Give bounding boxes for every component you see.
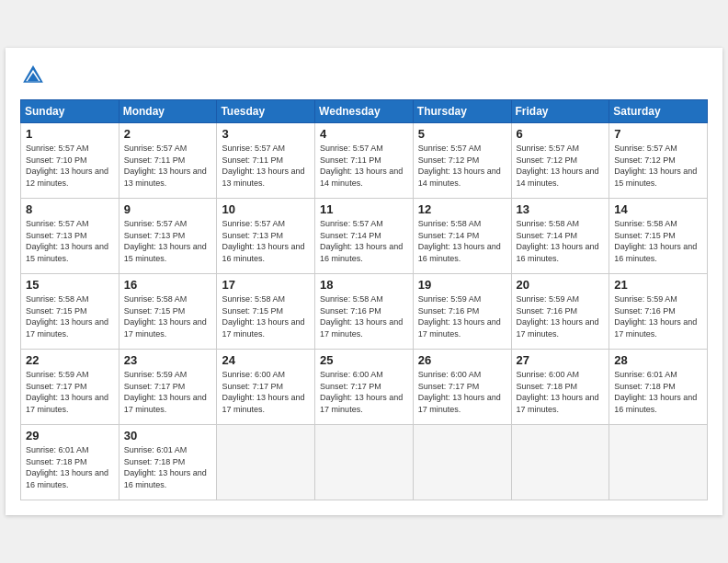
day-info: Sunrise: 6:00 AM Sunset: 7:18 PM Dayligh… [517,369,605,415]
day-info: Sunrise: 5:59 AM Sunset: 7:17 PM Dayligh… [26,369,114,415]
day-number: 20 [517,278,605,292]
calendar-cell: 18 Sunrise: 5:58 AM Sunset: 7:16 PM Dayl… [315,274,414,350]
day-info: Sunrise: 6:00 AM Sunset: 7:17 PM Dayligh… [222,369,310,415]
day-number: 11 [320,202,408,216]
day-number: 21 [614,278,702,292]
calendar-cell: 27 Sunrise: 6:00 AM Sunset: 7:18 PM Dayl… [511,350,609,425]
calendar-cell: 5 Sunrise: 5:57 AM Sunset: 7:12 PM Dayli… [413,123,511,199]
weekday-header-friday: Friday [511,100,609,123]
day-info: Sunrise: 5:57 AM Sunset: 7:14 PM Dayligh… [320,218,408,264]
day-number: 14 [614,202,702,216]
day-number: 12 [418,202,506,216]
day-number: 6 [517,127,605,141]
day-number: 18 [320,278,408,292]
calendar-cell: 23 Sunrise: 5:59 AM Sunset: 7:17 PM Dayl… [119,350,217,425]
logo [20,63,50,88]
day-info: Sunrise: 6:01 AM Sunset: 7:18 PM Dayligh… [124,444,212,490]
weekday-header-thursday: Thursday [413,100,511,123]
calendar-cell [217,425,315,500]
day-info: Sunrise: 5:57 AM Sunset: 7:12 PM Dayligh… [418,143,506,189]
calendar-cell: 30 Sunrise: 6:01 AM Sunset: 7:18 PM Dayl… [119,425,217,500]
calendar-cell: 22 Sunrise: 5:59 AM Sunset: 7:17 PM Dayl… [21,350,119,425]
calendar-cell [413,425,511,500]
day-info: Sunrise: 5:58 AM Sunset: 7:15 PM Dayligh… [222,293,310,339]
calendar-cell: 4 Sunrise: 5:57 AM Sunset: 7:11 PM Dayli… [315,123,414,199]
day-number: 9 [124,202,212,216]
calendar-cell: 25 Sunrise: 6:00 AM Sunset: 7:17 PM Dayl… [315,350,414,425]
day-number: 28 [614,353,702,367]
day-info: Sunrise: 5:59 AM Sunset: 7:17 PM Dayligh… [124,369,212,415]
calendar-cell [315,425,414,500]
weekday-header-saturday: Saturday [609,100,708,123]
calendar-cell: 9 Sunrise: 5:57 AM Sunset: 7:13 PM Dayli… [119,199,217,274]
calendar-cell: 11 Sunrise: 5:57 AM Sunset: 7:14 PM Dayl… [315,199,414,274]
calendar-cell: 3 Sunrise: 5:57 AM Sunset: 7:11 PM Dayli… [217,123,315,199]
calendar-cell [609,425,708,500]
day-number: 29 [26,429,114,442]
calendar-cell: 10 Sunrise: 5:57 AM Sunset: 7:13 PM Dayl… [217,199,315,274]
day-info: Sunrise: 5:57 AM Sunset: 7:13 PM Dayligh… [26,218,114,264]
day-info: Sunrise: 5:59 AM Sunset: 7:16 PM Dayligh… [418,293,506,339]
day-number: 16 [124,278,212,292]
weekday-header-monday: Monday [119,100,217,123]
day-number: 19 [418,278,506,292]
day-number: 4 [320,127,408,141]
calendar-cell: 24 Sunrise: 6:00 AM Sunset: 7:17 PM Dayl… [217,350,315,425]
day-number: 7 [614,127,702,141]
day-number: 10 [222,202,310,216]
day-number: 27 [517,353,605,367]
calendar-cell: 12 Sunrise: 5:58 AM Sunset: 7:14 PM Dayl… [413,199,511,274]
day-number: 17 [222,278,310,292]
day-info: Sunrise: 5:58 AM Sunset: 7:14 PM Dayligh… [517,218,605,264]
calendar-cell: 26 Sunrise: 6:00 AM Sunset: 7:17 PM Dayl… [413,350,511,425]
day-info: Sunrise: 5:57 AM Sunset: 7:11 PM Dayligh… [320,143,408,189]
calendar-cell [511,425,609,500]
day-info: Sunrise: 5:58 AM Sunset: 7:15 PM Dayligh… [614,218,702,264]
calendar-cell: 6 Sunrise: 5:57 AM Sunset: 7:12 PM Dayli… [511,123,609,199]
day-info: Sunrise: 5:57 AM Sunset: 7:11 PM Dayligh… [124,143,212,189]
day-info: Sunrise: 6:01 AM Sunset: 7:18 PM Dayligh… [614,369,702,415]
day-number: 30 [124,429,212,442]
day-info: Sunrise: 6:01 AM Sunset: 7:18 PM Dayligh… [26,444,114,490]
day-number: 23 [124,353,212,367]
day-number: 15 [26,278,114,292]
calendar-cell: 13 Sunrise: 5:58 AM Sunset: 7:14 PM Dayl… [511,199,609,274]
day-number: 5 [418,127,506,141]
day-number: 26 [418,353,506,367]
day-number: 25 [320,353,408,367]
calendar-cell: 20 Sunrise: 5:59 AM Sunset: 7:16 PM Dayl… [511,274,609,350]
calendar-cell: 15 Sunrise: 5:58 AM Sunset: 7:15 PM Dayl… [21,274,119,350]
day-info: Sunrise: 6:00 AM Sunset: 7:17 PM Dayligh… [418,369,506,415]
calendar-cell: 2 Sunrise: 5:57 AM Sunset: 7:11 PM Dayli… [119,123,217,199]
calendar-cell: 17 Sunrise: 5:58 AM Sunset: 7:15 PM Dayl… [217,274,315,350]
day-info: Sunrise: 6:00 AM Sunset: 7:17 PM Dayligh… [320,369,408,415]
day-info: Sunrise: 5:58 AM Sunset: 7:14 PM Dayligh… [418,218,506,264]
day-info: Sunrise: 5:57 AM Sunset: 7:10 PM Dayligh… [26,143,114,189]
day-number: 13 [517,202,605,216]
calendar-cell: 21 Sunrise: 5:59 AM Sunset: 7:16 PM Dayl… [609,274,708,350]
calendar-cell: 19 Sunrise: 5:59 AM Sunset: 7:16 PM Dayl… [413,274,511,350]
calendar-cell: 7 Sunrise: 5:57 AM Sunset: 7:12 PM Dayli… [609,123,708,199]
day-info: Sunrise: 5:58 AM Sunset: 7:15 PM Dayligh… [26,293,114,339]
weekday-header-wednesday: Wednesday [315,100,414,123]
day-info: Sunrise: 5:57 AM Sunset: 7:11 PM Dayligh… [222,143,310,189]
day-info: Sunrise: 5:58 AM Sunset: 7:16 PM Dayligh… [320,293,408,339]
logo-icon [20,63,46,88]
calendar-cell: 16 Sunrise: 5:58 AM Sunset: 7:15 PM Dayl… [119,274,217,350]
day-number: 24 [222,353,310,367]
calendar-cell: 8 Sunrise: 5:57 AM Sunset: 7:13 PM Dayli… [21,199,119,274]
calendar-table: SundayMondayTuesdayWednesdayThursdayFrid… [20,99,708,500]
day-number: 8 [26,202,114,216]
calendar-cell: 28 Sunrise: 6:01 AM Sunset: 7:18 PM Dayl… [609,350,708,425]
day-number: 2 [124,127,212,141]
weekday-header-tuesday: Tuesday [217,100,315,123]
day-info: Sunrise: 5:57 AM Sunset: 7:13 PM Dayligh… [222,218,310,264]
header [20,63,708,88]
day-info: Sunrise: 5:57 AM Sunset: 7:13 PM Dayligh… [124,218,212,264]
day-info: Sunrise: 5:57 AM Sunset: 7:12 PM Dayligh… [614,143,702,189]
day-info: Sunrise: 5:58 AM Sunset: 7:15 PM Dayligh… [124,293,212,339]
weekday-header-sunday: Sunday [21,100,119,123]
day-info: Sunrise: 5:59 AM Sunset: 7:16 PM Dayligh… [517,293,605,339]
day-number: 1 [26,127,114,141]
day-info: Sunrise: 5:59 AM Sunset: 7:16 PM Dayligh… [614,293,702,339]
